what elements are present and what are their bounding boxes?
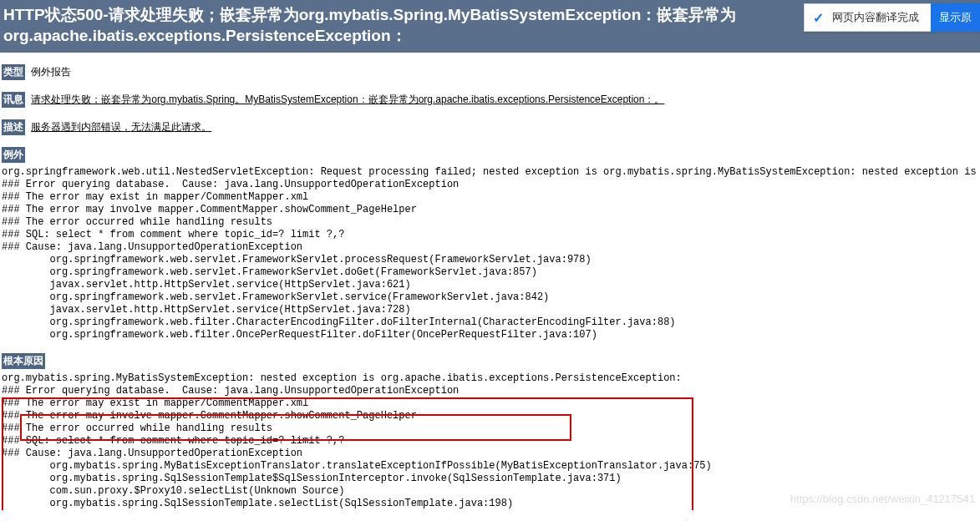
check-icon: ✓ <box>813 10 824 26</box>
message-text: 请求处理失败；嵌套异常为org.mybatis.Spring。MyBatisSy… <box>31 94 664 105</box>
show-original-button[interactable]: 显示原 <box>931 3 980 32</box>
message-section: 讯息 请求处理失败；嵌套异常为org.mybatis.Spring。MyBati… <box>2 92 980 108</box>
translate-message: 网页内容翻译完成 <box>832 10 919 25</box>
description-text: 服务器遇到内部错误，无法满足此请求。 <box>31 121 211 133</box>
description-label: 描述 <box>2 119 25 135</box>
highlight-box-inner <box>20 414 571 441</box>
root-cause-section: 根本原因 <box>2 353 980 369</box>
exception-label: 例外 <box>2 147 25 163</box>
translate-notification-bar: ✓ 网页内容翻译完成 显示原 <box>804 3 980 32</box>
type-text: 例外报告 <box>31 66 71 78</box>
page-title: HTTP状态500-请求处理失败；嵌套异常为org.mybatis.Spring… <box>3 6 736 44</box>
message-label: 讯息 <box>2 92 25 108</box>
exception-section: 例外 <box>2 147 980 163</box>
root-cause-label: 根本原因 <box>2 353 45 369</box>
description-section: 描述 服务器遇到内部错误，无法满足此请求。 <box>2 119 980 135</box>
type-section: 类型 例外报告 <box>2 64 980 80</box>
type-label: 类型 <box>2 64 25 80</box>
exception-stacktrace: org.springframework.web.util.NestedServl… <box>2 166 980 341</box>
